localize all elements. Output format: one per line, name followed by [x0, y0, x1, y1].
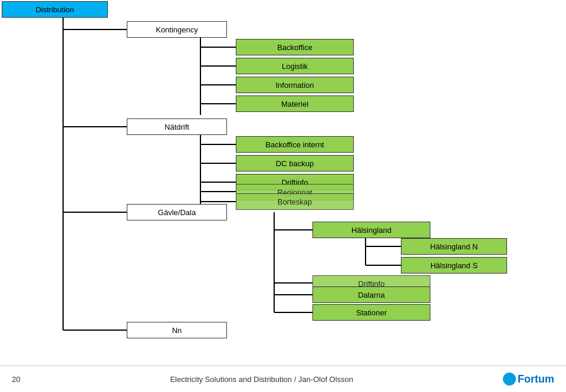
logistik-node: Logistik [236, 58, 354, 74]
dalarna-node: Dalarna [312, 286, 430, 303]
footer: 20 Electricity Solutions and Distributio… [0, 365, 566, 392]
borteskap-label: Borteskap [278, 197, 312, 206]
materiel-node: Materiel [236, 95, 354, 112]
distribution-node: Distribution [2, 1, 108, 18]
halsingland-n-label: Hälsingland N [430, 242, 478, 251]
stationer-node: Stationer [312, 304, 430, 321]
halsingland-node: Hälsingland [312, 222, 430, 238]
halsingland-s-node: Hälsingland S [401, 257, 507, 274]
dc-backup-label: DC backup [276, 159, 314, 168]
fortum-logo: Fortum [503, 373, 554, 386]
backoffice-node: Backoffice [236, 39, 354, 55]
dc-backup-node: DC backup [236, 155, 354, 172]
fortum-brand-text: Fortum [518, 373, 554, 386]
information-node: Information [236, 77, 354, 93]
gavle-dala-label: Gävle/Dala [158, 208, 196, 217]
nn-node: Nn [127, 322, 227, 338]
footer-text: Electricity Solutions and Distribution /… [170, 375, 353, 384]
natdrift-label: Nätdrift [164, 123, 189, 131]
dalarna-label: Dalarna [358, 291, 385, 299]
backoffice-label: Backoffice [277, 43, 312, 52]
halsingland-n-node: Hälsingland N [401, 238, 507, 255]
page-number: 20 [12, 375, 20, 384]
backoffice-internt-node: Backoffice internt [236, 136, 354, 153]
fortum-circle-icon [503, 373, 516, 386]
backoffice-internt-label: Backoffice internt [265, 140, 324, 149]
stationer-label: Stationer [356, 308, 387, 317]
information-label: Information [275, 81, 314, 90]
natdrift-node: Nätdrift [127, 118, 227, 135]
kontingency-label: Kontingency [156, 25, 198, 34]
distribution-label: Distribution [35, 5, 74, 14]
borteskap-node: Borteskap [236, 193, 354, 210]
nn-label: Nn [172, 326, 182, 335]
materiel-label: Materiel [281, 100, 308, 108]
logistik-label: Logistik [282, 62, 308, 71]
halsingland-label: Hälsingland [351, 226, 391, 235]
halsingland-s-label: Hälsingland S [430, 261, 478, 270]
kontingency-node: Kontingency [127, 21, 227, 38]
gavle-dala-node: Gävle/Dala [127, 204, 227, 220]
